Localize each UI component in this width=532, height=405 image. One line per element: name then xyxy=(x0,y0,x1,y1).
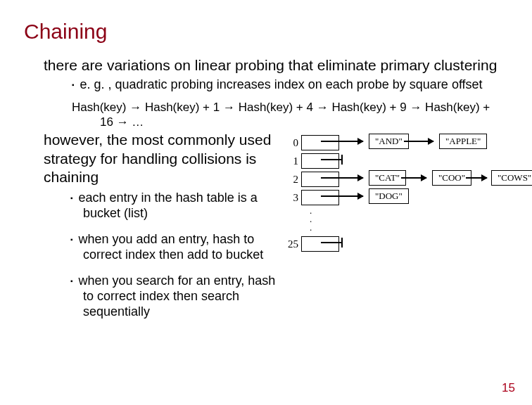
table-row: 3 "DOG" xyxy=(286,188,525,207)
pointer-arrow xyxy=(401,177,426,179)
row-index: 1 xyxy=(286,155,298,167)
row-index: 25 xyxy=(286,238,298,250)
node-apple: "APPLE" xyxy=(439,134,487,149)
table-row: 25 xyxy=(286,235,525,253)
bullet-search: when you search for an entry, hash to co… xyxy=(44,274,277,319)
chaining-paragraph: however, the most commonly used strategy… xyxy=(44,131,277,186)
pointer-arrow xyxy=(404,141,433,142)
intro-paragraph: there are variations on linear probing t… xyxy=(24,56,508,75)
row-index: 2 xyxy=(286,174,298,186)
table-row: 1 xyxy=(286,152,525,170)
row-index: 3 xyxy=(286,192,298,204)
node-and: "AND" xyxy=(369,134,409,149)
bullet-add: when you add an entry, hash to correct i… xyxy=(44,232,277,262)
pointer-arrow xyxy=(321,195,363,197)
pointer-arrow xyxy=(466,177,487,179)
bucket-cell xyxy=(301,135,339,150)
table-row: 0 "AND" "APPLE" xyxy=(286,134,525,152)
pointer-arrow xyxy=(321,141,363,142)
node-cows: "COWS" xyxy=(491,170,532,186)
bucket-cell xyxy=(301,236,339,252)
null-pointer xyxy=(321,242,342,243)
page-number: 15 xyxy=(502,381,515,395)
row-index: 0 xyxy=(286,137,298,149)
bucket-cell xyxy=(301,172,339,187)
table-row: 2 "CAT" "COO" "COWS" xyxy=(286,170,525,188)
hash-table-diagram: 0 "AND" "APPLE" 1 2 xyxy=(286,134,525,253)
page-title: Chaining xyxy=(24,20,508,44)
slide: Chaining there are variations on linear … xyxy=(0,0,532,405)
pointer-arrow xyxy=(321,177,363,179)
ellipsis-dots: ... xyxy=(286,207,525,232)
lower-section: however, the most commonly used strategy… xyxy=(24,131,508,330)
hash-sequence: Hash(key) → Hash(key) + 1 → Hash(key) + … xyxy=(24,100,508,130)
null-pointer xyxy=(321,159,342,160)
bucket-cell xyxy=(301,190,339,205)
node-dog: "DOG" xyxy=(369,188,409,204)
diagram-column: 0 "AND" "APPLE" 1 2 xyxy=(277,131,508,330)
bucket-cell xyxy=(301,153,339,169)
quadratic-probing-bullet: e. g. , quadratic probing increases inde… xyxy=(24,77,508,93)
bullet-bucket: each entry in the hash table is a bucket… xyxy=(44,191,277,221)
lower-left-column: however, the most commonly used strategy… xyxy=(24,131,277,330)
